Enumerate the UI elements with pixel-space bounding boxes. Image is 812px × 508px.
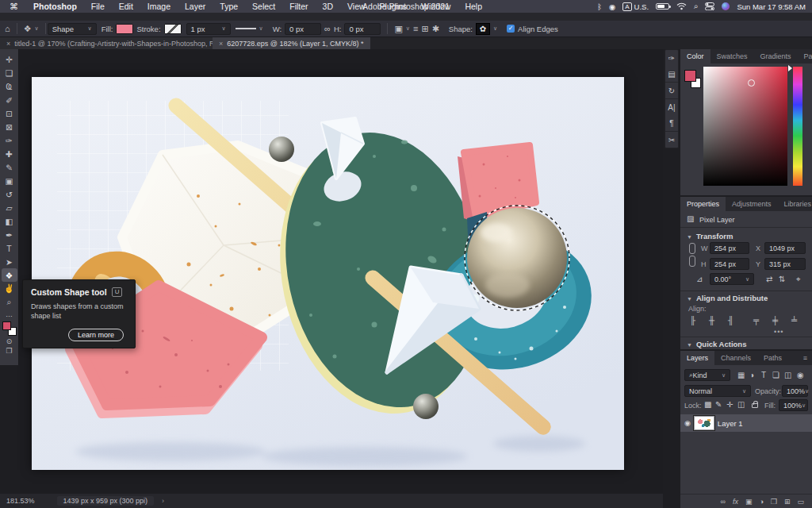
- reference-point-icon[interactable]: ⌖: [796, 275, 801, 284]
- fill-swatch[interactable]: [116, 24, 133, 34]
- history-icon[interactable]: ↻: [665, 83, 678, 98]
- learn-more-button[interactable]: Learn more: [68, 329, 124, 341]
- lock-artboard-icon[interactable]: ◫: [737, 400, 745, 409]
- shape-width-input[interactable]: 0 px: [285, 23, 321, 35]
- stroke-style-select[interactable]: ∨: [236, 25, 263, 32]
- history-brush-tool[interactable]: ↺: [2, 187, 17, 201]
- link-wh-icon[interactable]: [688, 243, 695, 267]
- link-layers-icon[interactable]: ∞: [720, 498, 725, 506]
- home-icon[interactable]: ⌂: [5, 24, 10, 33]
- link-dimensions-icon[interactable]: ∞: [324, 24, 331, 33]
- marquee-tool[interactable]: ❏: [2, 66, 17, 79]
- transform-section-header[interactable]: ▼Transform: [687, 232, 733, 241]
- screen-record-icon[interactable]: ◉: [609, 2, 615, 11]
- adjustment-layer-icon[interactable]: ◑: [759, 498, 763, 506]
- eyedropper-tool[interactable]: ✑: [2, 133, 17, 147]
- align-top-icon[interactable]: ╤: [753, 316, 759, 325]
- width-input[interactable]: 254 px: [710, 242, 749, 254]
- hand-tool[interactable]: ✌: [2, 282, 17, 295]
- layer-mask-icon[interactable]: ▣: [745, 498, 753, 506]
- tab-channels[interactable]: Channels: [714, 351, 757, 365]
- filter-type-layers-icon[interactable]: T: [761, 371, 766, 379]
- tab-color[interactable]: Color: [680, 49, 710, 64]
- rotation-input[interactable]: 0.00°∨: [710, 273, 754, 285]
- menu-image[interactable]: Image: [147, 2, 170, 11]
- document-tab-untitled[interactable]: × titled-1 @ 170% (Crafting-Artistry-wit…: [0, 37, 213, 49]
- eraser-tool[interactable]: ▱: [2, 201, 17, 214]
- height-input[interactable]: 254 px: [710, 258, 749, 270]
- color-picker-ring[interactable]: [748, 79, 755, 87]
- path-alignment-icon[interactable]: ≡: [413, 24, 418, 33]
- libraries-icon[interactable]: ▤: [665, 66, 678, 82]
- align-center-h-icon[interactable]: ╫: [709, 316, 714, 325]
- menu-type[interactable]: Type: [220, 2, 238, 11]
- path-operations-icon[interactable]: ▣: [394, 24, 402, 34]
- panel-menu-icon[interactable]: ≡: [803, 354, 812, 362]
- input-source[interactable]: A U.S.: [622, 2, 649, 11]
- brush-settings-icon[interactable]: ✑: [665, 50, 678, 66]
- align-more-dots[interactable]: •••: [774, 328, 783, 336]
- shape-height-input[interactable]: 0 px: [344, 23, 381, 35]
- hue-slider[interactable]: [793, 67, 802, 186]
- paragraph-panel-icon[interactable]: ¶: [665, 115, 678, 131]
- crop-tool[interactable]: ⊡: [2, 106, 17, 120]
- tab-adjustments[interactable]: Adjustments: [726, 197, 778, 211]
- align-middle-v-icon[interactable]: ╪: [772, 316, 778, 325]
- siri-icon[interactable]: [722, 2, 730, 10]
- color-saturation-field[interactable]: [703, 67, 787, 186]
- tab-properties[interactable]: Properties: [680, 197, 726, 211]
- menu-layer[interactable]: Layer: [185, 2, 205, 11]
- layer-effects-icon[interactable]: fx: [733, 498, 738, 506]
- move-tool[interactable]: ✛: [2, 52, 17, 66]
- tab-libraries[interactable]: Libraries: [778, 197, 812, 211]
- zoom-tool[interactable]: ⌕: [2, 295, 17, 309]
- close-tab-icon[interactable]: ×: [219, 40, 223, 48]
- filter-smart-objects-icon[interactable]: ◫: [784, 371, 791, 379]
- lock-move-icon[interactable]: ✛: [726, 400, 733, 409]
- layer-filter-select[interactable]: ⌕ Kind∨: [684, 369, 730, 381]
- document-canvas[interactable]: [32, 77, 624, 470]
- healing-brush-tool[interactable]: ✚: [2, 147, 17, 160]
- path-selection-tool[interactable]: ➤: [2, 255, 17, 268]
- layer-thumbnail[interactable]: [694, 416, 714, 430]
- close-tab-icon[interactable]: ×: [6, 40, 10, 48]
- battery-icon[interactable]: [656, 3, 669, 10]
- clone-stamp-tool[interactable]: ▣: [2, 174, 17, 187]
- align-right-icon[interactable]: ╢: [728, 316, 733, 325]
- new-group-icon[interactable]: ❒: [771, 498, 777, 506]
- selected-metal-sphere[interactable]: [465, 206, 569, 310]
- menu-edit[interactable]: Edit: [119, 2, 133, 11]
- tab-swatches[interactable]: Swatches: [710, 49, 754, 64]
- bluetooth-icon[interactable]: ᛒ: [597, 2, 602, 11]
- tab-layers[interactable]: Layers: [680, 351, 714, 365]
- custom-shape-tool-selected[interactable]: ❖: [2, 268, 17, 282]
- menu-photoshop[interactable]: Photoshop: [33, 2, 77, 11]
- y-input[interactable]: 315 px: [764, 258, 806, 270]
- canvas-workspace[interactable]: [20, 49, 663, 494]
- delete-layer-icon[interactable]: ▭: [797, 498, 804, 506]
- color-swatches[interactable]: [2, 321, 17, 336]
- status-chevron-icon[interactable]: ›: [162, 497, 164, 505]
- wifi-icon[interactable]: [676, 2, 687, 10]
- menu-select[interactable]: Select: [252, 2, 275, 11]
- apple-menu-icon[interactable]: ⌘: [10, 2, 18, 12]
- layer-visibility-eye-icon[interactable]: ◉: [684, 419, 691, 427]
- menu-bar-clock[interactable]: Sun Mar 17 9:58 AM: [737, 2, 806, 11]
- lasso-tool[interactable]: Ҩ: [2, 79, 17, 93]
- type-tool[interactable]: T: [2, 241, 17, 255]
- shape-picker-thumbnail[interactable]: ✿: [476, 23, 490, 35]
- shape-settings-gear-icon[interactable]: ✱: [432, 24, 439, 34]
- menu-filter[interactable]: Filter: [289, 2, 308, 11]
- flip-vertical-icon[interactable]: ⇅: [779, 275, 785, 283]
- foreground-color-swatch[interactable]: [2, 321, 11, 330]
- filter-shape-layers-icon[interactable]: ❏: [772, 371, 779, 379]
- filter-adjustment-layers-icon[interactable]: ◑: [749, 371, 754, 379]
- path-arrangement-icon[interactable]: ⊞: [421, 24, 428, 34]
- character-panel-icon[interactable]: A|: [665, 99, 678, 115]
- menu-help[interactable]: Help: [465, 2, 482, 11]
- lock-all-icon[interactable]: [752, 403, 758, 408]
- new-layer-icon[interactable]: ⊞: [784, 498, 791, 506]
- pen-tool[interactable]: ✒: [2, 228, 17, 241]
- tab-gradients[interactable]: Gradients: [754, 49, 798, 64]
- filter-toggle-icon[interactable]: ◉: [797, 371, 804, 379]
